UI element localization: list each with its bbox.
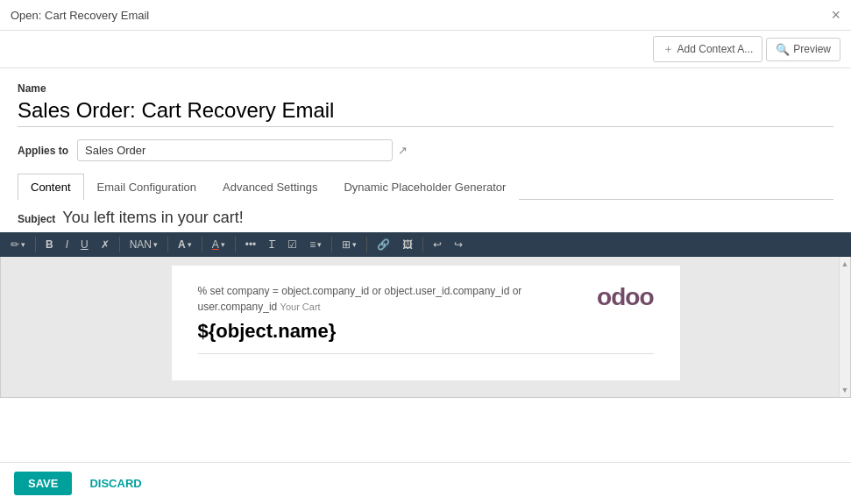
- email-divider: [198, 353, 654, 354]
- tab-dynamic-placeholder[interactable]: Dynamic Placeholder Generator: [330, 174, 519, 200]
- toolbar-pencil-button[interactable]: ✏▾: [5, 236, 31, 253]
- toolbar-sep-6: [331, 237, 332, 252]
- toolbar-fontsize-button[interactable]: A▾: [173, 236, 197, 253]
- email-inline-text: Your Cart: [280, 302, 321, 312]
- applies-to-label: Applies to: [18, 145, 68, 157]
- toolbar-italic-button[interactable]: I: [60, 236, 74, 253]
- top-toolbar: ＋ Add Context A... 🔍 Preview: [0, 31, 851, 68]
- scroll-up-arrow[interactable]: ▲: [839, 257, 851, 271]
- name-label: Name: [18, 82, 833, 95]
- editor-area: % set company = object.company_id or obj…: [0, 257, 851, 398]
- toolbar-eraser-button[interactable]: ✗: [96, 236, 115, 253]
- editor-toolbar: ✏▾ B I U ✗ NAN▾ A▾ A▾ ••• 1̅̅ ☑ ≡▾ ⊞▾ 🔗 …: [0, 232, 851, 257]
- toolbar-link-button[interactable]: 🔗: [372, 236, 395, 253]
- applies-to-field: Sales Order ↗: [77, 139, 833, 161]
- editor-body[interactable]: % set company = object.company_id or obj…: [1, 257, 850, 397]
- toolbar-sep-2: [119, 237, 120, 252]
- toolbar-color-button[interactable]: A▾: [207, 236, 230, 253]
- toolbar-image-button[interactable]: 🖼: [397, 236, 418, 253]
- applies-to-select[interactable]: Sales Order: [77, 139, 393, 161]
- toolbar-underline-button[interactable]: U: [75, 236, 94, 253]
- toolbar-sep-5: [235, 237, 236, 252]
- tab-email-configuration[interactable]: Email Configuration: [84, 174, 209, 200]
- add-context-button[interactable]: ＋ Add Context A...: [653, 36, 763, 62]
- close-icon[interactable]: ×: [831, 7, 840, 23]
- bottom-bar: SAVE DISCARD: [0, 462, 851, 504]
- eye-icon: 🔍: [776, 43, 790, 56]
- subject-row: Subject You left items in your cart!: [18, 200, 833, 232]
- email-code-text: % set company = object.company_id or obj…: [198, 283, 580, 315]
- email-heading: ${object.name}: [198, 320, 580, 343]
- email-card: % set company = object.company_id or obj…: [172, 266, 680, 380]
- subject-value: You left items in your cart!: [62, 209, 243, 227]
- toolbar-table-button[interactable]: ⊞▾: [337, 236, 362, 253]
- toolbar-checklist-button[interactable]: ☑: [282, 236, 302, 253]
- save-button[interactable]: SAVE: [14, 472, 72, 495]
- email-text-block: % set company = object.company_id or obj…: [198, 283, 580, 343]
- toolbar-sep-8: [422, 237, 423, 252]
- toolbar-sep-7: [366, 237, 367, 252]
- preview-label: Preview: [793, 43, 831, 55]
- external-link-icon[interactable]: ↗: [398, 144, 408, 157]
- form-title: Sales Order: Cart Recovery Email: [18, 98, 833, 127]
- tab-advanced-settings[interactable]: Advanced Settings: [209, 174, 330, 200]
- toolbar-undo-button[interactable]: ↩: [428, 236, 447, 253]
- add-context-label: Add Context A...: [677, 43, 754, 55]
- toolbar-sep-4: [202, 237, 202, 252]
- main-content: Name Sales Order: Cart Recovery Email Ap…: [0, 68, 851, 232]
- odoo-logo: odoo: [597, 283, 653, 311]
- toolbar-redo-button[interactable]: ↪: [449, 236, 468, 253]
- discard-button[interactable]: DISCARD: [81, 472, 150, 495]
- title-bar: Open: Cart Recovery Email ×: [0, 0, 851, 31]
- applies-to-row: Applies to Sales Order ↗: [18, 139, 833, 161]
- toolbar-ul-button[interactable]: •••: [240, 236, 262, 253]
- scrollbar[interactable]: ▲ ▼: [839, 257, 850, 397]
- scroll-down-arrow[interactable]: ▼: [839, 383, 851, 397]
- editor-container: ✏▾ B I U ✗ NAN▾ A▾ A▾ ••• 1̅̅ ☑ ≡▾ ⊞▾ 🔗 …: [0, 232, 851, 398]
- toolbar-align-button[interactable]: ≡▾: [304, 236, 327, 253]
- window-title: Open: Cart Recovery Email: [11, 9, 149, 22]
- plus-icon: ＋: [663, 41, 674, 57]
- toolbar-font-button[interactable]: NAN▾: [124, 236, 163, 253]
- tab-content[interactable]: Content: [18, 174, 84, 200]
- toolbar-sep-3: [167, 237, 168, 252]
- toolbar-sep-1: [35, 237, 36, 252]
- toolbar-ol-button[interactable]: 1̅̅: [263, 236, 280, 253]
- email-header: % set company = object.company_id or obj…: [198, 283, 654, 343]
- subject-label: Subject: [18, 213, 55, 225]
- preview-button[interactable]: 🔍 Preview: [766, 38, 840, 61]
- tabs-bar: Content Email Configuration Advanced Set…: [18, 174, 833, 200]
- toolbar-bold-button[interactable]: B: [40, 236, 59, 253]
